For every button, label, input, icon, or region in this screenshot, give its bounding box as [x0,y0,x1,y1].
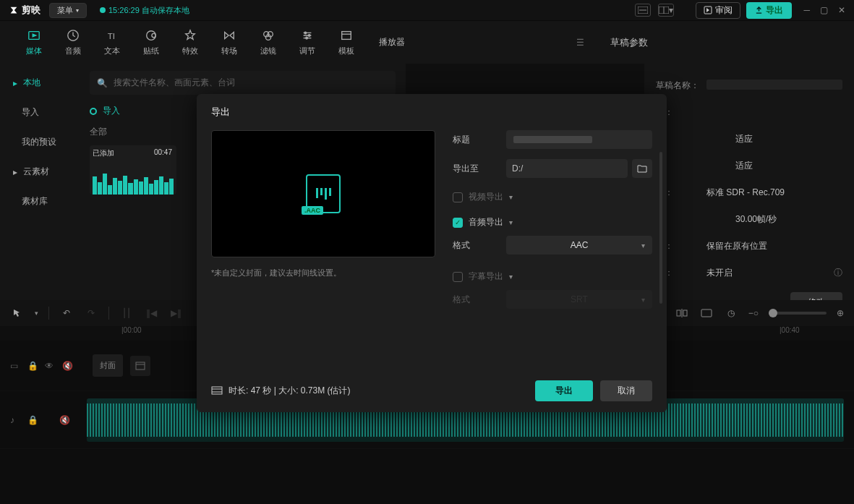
align-icon[interactable] [675,307,689,320]
search-input[interactable]: 🔍 搜索文件名称、画面元素、台词 [90,71,396,95]
cancel-button[interactable]: 取消 [600,380,652,401]
ribbon-template[interactable]: 模板 [327,21,366,64]
cut-left-icon[interactable]: ‖◀ [144,307,158,320]
path-input[interactable]: D:/ [506,159,628,178]
svg-point-9 [152,33,155,37]
adjust-icon [300,28,315,43]
app-logo: 剪映 [9,4,40,17]
timer-icon[interactable]: ◷ [724,307,738,320]
export-icon [755,7,763,14]
media-icon [27,28,41,43]
ribbon-audio[interactable]: 音频 [54,21,93,64]
chevron-down-icon[interactable]: ▾ [35,309,38,317]
zoom-out-icon[interactable]: −○ [748,308,759,318]
title-icons: ▾ [635,4,674,17]
preview-icon[interactable] [699,307,714,320]
minimize-icon[interactable]: ─ [803,5,810,15]
text-icon: TI [105,28,119,43]
export-info: 时长: 47 秒 | 大小: 0.73M (估计) [211,385,350,397]
chevron-down-icon: ▾ [641,296,645,304]
format-value: AAC [571,240,589,250]
video-export-section[interactable]: 视频导出 ▾ [453,191,652,203]
ribbon-adjust[interactable]: 调节 [288,21,327,64]
redo-icon[interactable]: ↷ [84,307,98,320]
keyboard-icon[interactable] [635,4,651,17]
sidebar-local[interactable]: 本地 [6,71,74,95]
eye-icon[interactable]: 👁 [45,361,55,371]
export-confirm-button[interactable]: 导出 [535,380,593,401]
export-button[interactable]: 导出 [746,2,792,19]
ribbon-effects[interactable]: 特效 [171,21,210,64]
sidebar-preset[interactable]: 我的预设 [6,130,74,154]
zoom-in-icon[interactable]: ⊕ [837,308,844,318]
format-select[interactable]: AAC▾ [506,236,652,255]
audio-track-icon[interactable]: ♪ [10,415,20,425]
film-chip[interactable] [130,356,150,376]
svg-point-13 [304,32,307,34]
params-label: 草稿参数 [610,36,648,49]
svg-point-14 [308,35,310,37]
status-dot-icon [100,7,106,13]
video-checkbox[interactable] [453,192,463,202]
ribbon-media[interactable]: 媒体 [14,21,54,64]
param-fps: 30.00帧/秒 [735,213,842,226]
title-input[interactable] [506,130,652,149]
svg-text:TI: TI [108,31,115,40]
player-header: 播放器 ☰ [366,21,597,64]
ribbon-label: 转场 [221,46,237,56]
search-placeholder: 搜索文件名称、画面元素、台词 [114,77,235,89]
param-value [706,106,842,119]
search-icon: 🔍 [97,78,108,88]
ribbon-text[interactable]: TI文本 [93,21,132,64]
lock-icon[interactable]: 🔒 [27,415,38,425]
media-thumbnail[interactable]: 已添加 00:47 [90,145,176,195]
menu-icon[interactable]: ☰ [576,38,584,48]
sticker-icon [144,28,158,43]
subtitle-export-section[interactable]: 字幕导出 ▾ [453,270,652,283]
mute-icon[interactable]: 🔇 [59,415,69,425]
cut-right-icon[interactable]: ▶‖ [168,307,183,320]
cover-label: 封面 [100,361,116,370]
audio-export-section[interactable]: ✓ 音频导出 ▾ [453,216,652,228]
close-icon[interactable]: ✕ [838,5,845,15]
audio-checkbox[interactable]: ✓ [453,218,463,228]
undo-icon[interactable]: ↶ [59,307,74,320]
import-icon [90,108,97,115]
ribbon-filter[interactable]: 滤镜 [249,21,288,64]
autosave-status: 15:26:29 自动保存本地 [100,5,189,16]
film-icon[interactable]: ▭ [10,361,20,371]
lock-icon[interactable]: 🔒 [27,361,38,371]
waveform-icon [93,164,174,195]
svg-rect-24 [136,362,145,370]
cover-chip[interactable]: 封面 [93,354,123,377]
review-icon [704,6,712,14]
maximize-icon[interactable]: ▢ [820,5,828,15]
ribbon-transition[interactable]: 转场 [210,21,249,64]
split-icon[interactable]: ⎮⎮ [119,307,134,320]
review-label: 审阅 [715,4,733,17]
zoom-slider[interactable] [769,312,827,315]
sidebar-cloud[interactable]: 云素材 [6,160,74,184]
sidebar-import[interactable]: 导入 [6,101,74,124]
pointer-icon[interactable] [10,307,25,320]
params-header: 草稿参数 [597,21,807,64]
export-label: 导出 [766,4,783,17]
confirm-label: 导出 [555,385,573,396]
scrollbar[interactable] [659,152,662,304]
chevron-down-icon: ▾ [509,218,513,226]
sidebar-library[interactable]: 素材库 [6,189,74,213]
duration-label: 00:47 [154,148,172,156]
preview-box: .AAC [211,130,435,257]
svg-rect-23 [701,309,712,317]
review-button[interactable]: 审阅 [696,2,740,19]
browse-folder-button[interactable] [632,159,652,178]
ribbon-label: 调节 [299,46,315,56]
info-icon[interactable]: ⓘ [834,267,842,279]
subtitle-checkbox[interactable] [453,272,463,282]
layout-icon[interactable]: ▾ [658,4,674,17]
mute-icon[interactable]: 🔇 [62,361,72,371]
menu-label: 菜单 [57,5,73,16]
sidebar-label: 我的预设 [22,136,56,148]
ribbon-sticker[interactable]: 贴纸 [132,21,171,64]
menu-button[interactable]: 菜单 ▾ [49,3,87,18]
